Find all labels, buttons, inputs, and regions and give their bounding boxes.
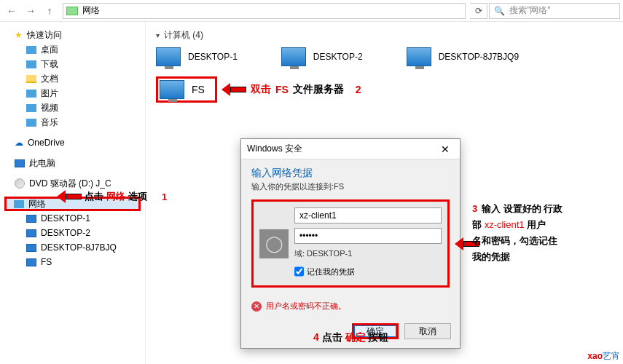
computer-icon xyxy=(26,244,36,252)
pc-icon xyxy=(15,159,25,167)
music-icon xyxy=(26,119,36,127)
nav-up[interactable]: ↑ xyxy=(41,2,58,20)
refresh-button[interactable]: ⟳ xyxy=(470,3,487,19)
network-icon xyxy=(66,7,78,15)
watermark: xao艺宵 xyxy=(587,350,620,363)
address-bar[interactable]: 网络 xyxy=(63,3,466,19)
sidebar-pictures[interactable]: 图片 xyxy=(4,86,141,100)
nav-back[interactable]: ← xyxy=(3,2,20,20)
password-field[interactable] xyxy=(294,228,442,244)
search-input[interactable]: 🔍 搜索"网络" xyxy=(489,3,620,19)
dialog-title: Windows 安全 xyxy=(247,143,302,155)
sidebar-dvd[interactable]: DVD 驱动器 (D:) J_C xyxy=(4,176,141,191)
video-icon xyxy=(26,104,36,112)
computer-icon xyxy=(26,215,36,223)
document-icon xyxy=(26,75,36,83)
sidebar-desktop[interactable]: 桌面 xyxy=(4,42,141,57)
toolbar: ← → ↑ 网络 ⟳ 🔍 搜索"网络" xyxy=(0,0,623,22)
desktop-icon xyxy=(26,46,36,54)
dialog-heading: 输入网络凭据 xyxy=(251,167,450,180)
sidebar-net-child[interactable]: DESKTOP-8J7BJQ xyxy=(4,240,141,255)
network-icon xyxy=(14,200,24,208)
search-placeholder: 搜索"网络" xyxy=(509,4,551,17)
sidebar-quick-access[interactable]: ★快速访问 xyxy=(4,28,141,42)
annotation-3: 3输入 设置好的 行政 部 xz-client1 用户 名和密码，勾选记住 我的… xyxy=(472,201,618,265)
sidebar-net-child[interactable]: DESKTOP-2 xyxy=(4,226,141,240)
monitor-icon xyxy=(281,47,306,66)
credentials-dialog: Windows 安全 ✕ 输入网络凭据 输入你的凭据以连接到:FS ◯ 域: D… xyxy=(240,138,461,349)
computer-item[interactable]: DESKTOP-1 xyxy=(156,47,238,66)
annotation-1: 点击 网络 选项 1 xyxy=(57,190,167,203)
computer-icon xyxy=(26,229,36,237)
domain-label: 域: DESKTOP-1 xyxy=(294,248,442,259)
search-icon: 🔍 xyxy=(494,6,505,16)
computer-item[interactable]: DESKTOP-8J7BJQ9 xyxy=(407,47,519,66)
sidebar-documents[interactable]: 文档 xyxy=(4,71,141,86)
monitor-icon xyxy=(156,47,181,66)
cancel-button[interactable]: 取消 xyxy=(404,323,451,339)
disc-icon xyxy=(15,178,25,189)
error-message: ✕用户名或密码不正确。 xyxy=(241,295,460,317)
nav-forward[interactable]: → xyxy=(22,2,39,20)
computer-item[interactable]: DESKTOP-2 xyxy=(281,47,363,66)
sidebar-thispc[interactable]: 此电脑 xyxy=(4,156,141,170)
arrow-icon xyxy=(57,190,82,203)
download-icon xyxy=(26,60,36,68)
computer-icon xyxy=(26,258,36,266)
credential-box: ◯ 域: DESKTOP-1 记住我的凭据 xyxy=(251,199,450,288)
monitor-icon xyxy=(407,47,431,66)
star-icon: ★ xyxy=(15,30,23,40)
annotation-number: 2 xyxy=(356,84,361,95)
chevron-down-icon: ▾ xyxy=(156,31,160,39)
dialog-titlebar: Windows 安全 ✕ xyxy=(241,139,460,159)
monitor-icon xyxy=(160,80,184,99)
avatar-icon: ◯ xyxy=(259,229,289,258)
breadcrumb[interactable]: 网络 xyxy=(82,4,100,17)
sidebar-videos[interactable]: 视频 xyxy=(4,100,141,115)
annotation-text: 文件服务器 xyxy=(293,83,344,96)
group-header[interactable]: ▾计算机 (4) xyxy=(156,29,613,41)
close-button[interactable]: ✕ xyxy=(436,143,454,155)
annotation-text: 双击 xyxy=(251,83,271,96)
sidebar-music[interactable]: 音乐 xyxy=(4,115,141,130)
sidebar-net-child[interactable]: FS xyxy=(4,255,141,269)
sidebar-downloads[interactable]: 下载 xyxy=(4,57,141,71)
remember-checkbox[interactable]: 记住我的凭据 xyxy=(294,264,442,280)
annotation-text: FS xyxy=(275,84,289,95)
error-icon: ✕ xyxy=(251,301,262,312)
cloud-icon: ☁ xyxy=(15,138,23,148)
dialog-subtitle: 输入你的凭据以连接到:FS xyxy=(251,181,450,192)
sidebar-net-child[interactable]: DESKTOP-1 xyxy=(4,211,141,226)
computer-item-fs[interactable]: FS xyxy=(156,76,217,103)
picture-icon xyxy=(26,90,36,98)
annotation-4: 4 点击 确定 按钮 xyxy=(313,331,388,344)
username-field[interactable] xyxy=(294,207,442,223)
arrow-icon xyxy=(222,83,246,96)
annotation-number: 1 xyxy=(162,191,167,202)
sidebar-onedrive[interactable]: ☁OneDrive xyxy=(4,135,141,150)
